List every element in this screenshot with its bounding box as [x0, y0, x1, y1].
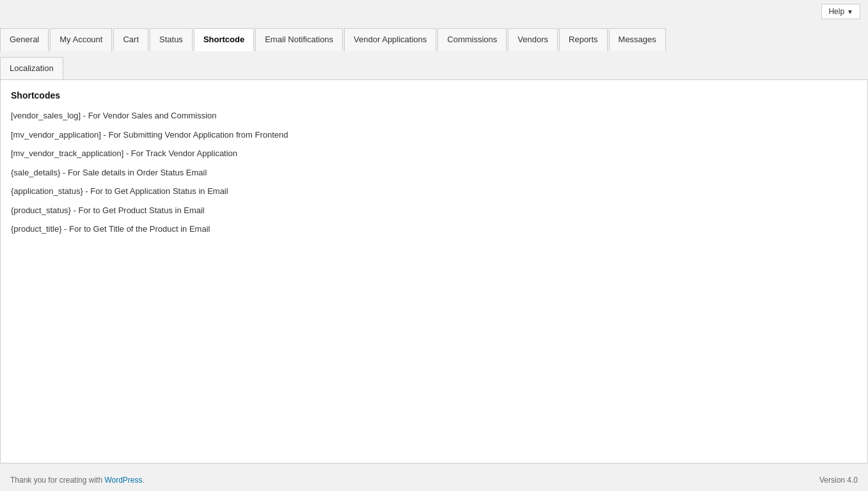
version: Version 4.0	[819, 476, 858, 485]
tab-general[interactable]: General	[0, 28, 49, 51]
footer-text-before: Thank you for creating with	[10, 476, 104, 485]
tab-status[interactable]: Status	[150, 28, 193, 51]
shortcode-item: [mv_vendor_application] - For Submitting…	[11, 129, 857, 141]
tab-cart[interactable]: Cart	[113, 28, 148, 51]
help-button[interactable]: Help ▼	[821, 4, 860, 19]
tabs-wrapper: GeneralMy AccountCartStatusShortcodeEmai…	[0, 23, 868, 79]
shortcode-item: [vendor_sales_log] - For Vendor Sales an…	[11, 109, 857, 122]
shortcodes-title: Shortcodes	[11, 90, 857, 101]
shortcode-item: {sale_details} - For Sale details in Ord…	[11, 166, 857, 179]
tab-commissions[interactable]: Commissions	[438, 28, 507, 51]
shortcode-item: {application_status} - For to Get Applic…	[11, 185, 857, 198]
tab-shortcode[interactable]: Shortcode	[194, 28, 254, 51]
tab-reports[interactable]: Reports	[559, 28, 608, 51]
shortcode-list: [vendor_sales_log] - For Vendor Sales an…	[11, 109, 857, 236]
tab-email-notifications[interactable]: Email Notifications	[255, 28, 343, 51]
content-area: Shortcodes [vendor_sales_log] - For Vend…	[0, 79, 868, 463]
tab-vendor-applications[interactable]: Vendor Applications	[344, 28, 436, 51]
chevron-down-icon: ▼	[847, 8, 853, 15]
wordpress-link[interactable]: WordPress	[104, 476, 142, 485]
tab-my-account[interactable]: My Account	[50, 28, 112, 51]
tab-messages[interactable]: Messages	[609, 28, 666, 51]
shortcode-item: {product_status} - For to Get Product St…	[11, 204, 857, 217]
tab-localization[interactable]: Localization	[0, 57, 63, 79]
footer: Thank you for creating with WordPress.	[10, 476, 145, 485]
shortcode-item: {product_title} - For to Get Title of th…	[11, 223, 857, 236]
tabs-row-1: GeneralMy AccountCartStatusShortcodeEmai…	[0, 23, 868, 51]
shortcode-item: [mv_vendor_track_application] - For Trac…	[11, 147, 857, 160]
tab-vendors[interactable]: Vendors	[508, 28, 558, 51]
tabs-row-2: Localization	[0, 52, 868, 79]
top-bar: Help ▼	[0, 0, 868, 23]
help-label: Help	[828, 7, 844, 16]
footer-text-after: .	[143, 476, 145, 485]
